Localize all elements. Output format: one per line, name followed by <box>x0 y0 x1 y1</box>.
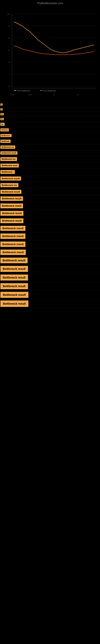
result-item-9: Bottleneck res <box>0 144 100 150</box>
result-label-3: Bo <box>0 113 4 115</box>
svg-text:4K: 4K <box>53 94 55 96</box>
result-label-2: B <box>0 108 2 110</box>
result-label-13: Bottleneck r <box>0 170 15 174</box>
result-label-14: Bottleneck result <box>0 176 21 180</box>
result-label-7: Bottleneck r <box>0 134 12 137</box>
result-item-10: Bottleneck result <box>0 150 100 156</box>
result-label-11: Bottleneck res <box>0 157 17 161</box>
result-label-30: Bottleneck result <box>0 300 28 307</box>
svg-text:1080p: 1080p <box>10 94 14 96</box>
result-label-17: Bottleneck result <box>0 196 23 201</box>
result-item-16: Bottleneck result <box>0 188 100 195</box>
svg-text:-20: -20 <box>8 86 10 87</box>
result-label-29: Bottleneck result <box>0 292 28 298</box>
result-item-5: Bo <box>0 122 100 127</box>
result-item-17: Bottleneck result <box>0 195 100 202</box>
svg-text:40: 40 <box>8 49 10 51</box>
result-item-20: Bottleneck result <box>0 217 100 224</box>
result-item-12: Bottleneck resul <box>0 162 100 169</box>
result-item-13: Bottleneck r <box>0 169 100 175</box>
result-item-25: Bottleneck result <box>0 256 100 265</box>
svg-text:60: 60 <box>8 37 10 39</box>
result-item-22: Bottleneck result <box>0 232 100 240</box>
result-item-19: Bottleneck result <box>0 210 100 217</box>
result-label-25: Bottleneck result <box>0 258 28 263</box>
result-item-7: Bottleneck r <box>0 133 100 138</box>
result-label-23: Bottleneck result <box>0 242 25 247</box>
result-label-22: Bottleneck result <box>0 234 25 239</box>
svg-text:GPU Bottleneck: GPU Bottleneck <box>17 90 30 92</box>
result-item-29: Bottleneck result <box>0 290 100 299</box>
result-label-18: Bottleneck result <box>0 204 23 208</box>
svg-rect-0 <box>0 6 100 98</box>
svg-text:1440p: 1440p <box>28 94 32 96</box>
result-item-18: Bottleneck result <box>0 202 100 210</box>
result-label-5: Bo <box>0 123 4 126</box>
result-label-12: Bottleneck resul <box>0 164 19 168</box>
result-label-24: Bottleneck result <box>0 250 26 255</box>
svg-text:80: 80 <box>8 25 10 27</box>
result-label-4: Bo <box>0 118 4 120</box>
result-item-30: Bottleneck result <box>0 299 100 308</box>
chart-svg: 100 80 60 40 20 0 -20 GPU Bottleneck CPU… <box>0 6 100 98</box>
result-label-27: Bottleneck result <box>0 274 28 280</box>
svg-text:100: 100 <box>7 13 10 15</box>
result-item-27: Bottleneck result <box>0 273 100 282</box>
result-item-21: Bottleneck result <box>0 224 100 232</box>
result-item-11: Bottleneck res <box>0 156 100 162</box>
result-item-8: Bottlenec <box>0 138 100 144</box>
result-label-15: Bottleneck res <box>0 183 18 187</box>
site-title: TheBottlenecker.com <box>0 0 100 6</box>
result-item-1: B <box>0 102 100 107</box>
result-label-9: Bottleneck res <box>0 146 15 149</box>
result-label-20: Bottleneck result <box>0 218 23 223</box>
svg-text:20: 20 <box>8 62 10 63</box>
result-label-16: Bottleneck result <box>0 190 21 194</box>
result-section: B B Bo Bo Bo Bottlene Bottleneck r Bottl… <box>0 102 100 308</box>
result-item-2: B <box>0 107 100 112</box>
result-label-8: Bottlenec <box>0 140 11 143</box>
svg-text:8K: 8K <box>77 94 79 96</box>
svg-rect-17 <box>14 90 16 91</box>
result-item-6: Bottlene <box>0 127 100 133</box>
result-item-15: Bottleneck res <box>0 182 100 188</box>
result-item-26: Bottleneck result <box>0 265 100 273</box>
result-label-1: B <box>0 104 2 106</box>
result-item-28: Bottleneck result <box>0 282 100 290</box>
result-label-10: Bottleneck result <box>0 151 17 154</box>
result-label-21: Bottleneck result <box>0 226 25 231</box>
result-item-4: Bo <box>0 117 100 122</box>
svg-text:CPU Bottleneck: CPU Bottleneck <box>43 90 56 92</box>
result-item-14: Bottleneck result <box>0 175 100 182</box>
result-label-26: Bottleneck result <box>0 266 28 272</box>
svg-rect-19 <box>40 90 42 91</box>
result-label-28: Bottleneck result <box>0 283 28 289</box>
result-label-6: Bottlene <box>0 128 9 132</box>
result-item-3: Bo <box>0 112 100 117</box>
chart-area: 100 80 60 40 20 0 -20 GPU Bottleneck CPU… <box>0 6 100 102</box>
result-item-24: Bottleneck result <box>0 248 100 256</box>
result-item-23: Bottleneck result <box>0 240 100 248</box>
result-label-19: Bottleneck result <box>0 211 23 216</box>
svg-text:0: 0 <box>9 74 10 75</box>
